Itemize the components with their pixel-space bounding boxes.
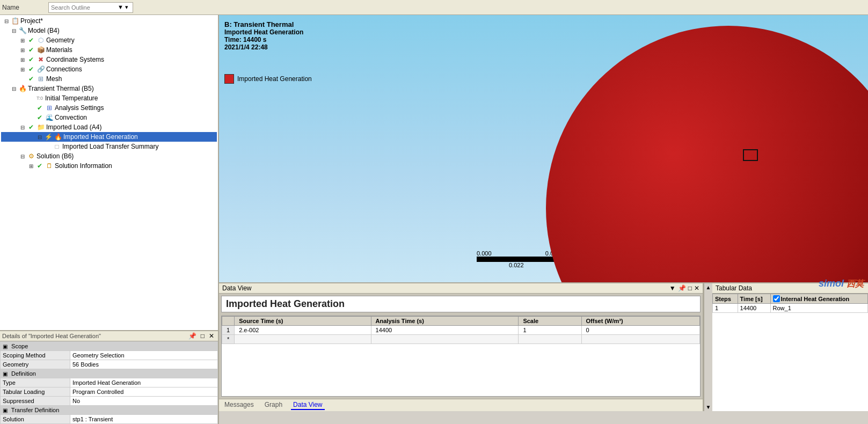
geometry-value[interactable]: 56 Bodies <box>70 360 218 369</box>
coord-check-icon: ✔ <box>27 55 35 64</box>
legend: Imported Heat Generation <box>224 74 312 84</box>
tree-item-model[interactable]: ⊟ 🔧 Model (B4) <box>1 26 217 35</box>
sol-info-icon: 🗒 <box>45 162 54 170</box>
main-area: ⊟ 📋 Project* ⊟ 🔧 Model (B4) ⊞ ✔ ⬡ Geomet… <box>0 15 868 424</box>
connections-check-icon: ✔ <box>27 65 35 74</box>
solution-value[interactable]: stp1 : Transient <box>70 415 218 424</box>
data-table-container[interactable]: Source Time (s) Analysis Time (s) Scale … <box>221 316 701 397</box>
type-value[interactable]: Imported Heat Generation <box>70 378 218 388</box>
data-row-1: 1 2.e-002 14400 1 0 <box>222 326 700 335</box>
details-table: ▣ Scope Scoping Method Geometry Selectio… <box>0 341 218 424</box>
search-box[interactable]: ▼ ▾ <box>48 2 133 13</box>
details-row-solution: Solution stp1 : Transient <box>1 415 218 424</box>
details-row-tabular-loading: Tabular Loading Program Controlled <box>1 388 218 397</box>
tree-item-materials[interactable]: ⊞ ✔ 📦 Materials <box>1 45 217 55</box>
data-rowstar-source-time[interactable] <box>235 335 371 344</box>
data-rowstar-analysis-time[interactable] <box>371 335 519 344</box>
expand-model[interactable]: ⊟ <box>10 26 18 35</box>
convection-icon: 🌊 <box>45 113 54 122</box>
section-definition: ▣ Definition <box>1 369 218 378</box>
geometry-icon: ✔ <box>27 36 35 45</box>
type-key: Type <box>1 378 70 388</box>
expand-materials[interactable]: ⊞ <box>18 46 27 54</box>
legend-color-swatch <box>224 74 234 84</box>
data-view-scrollbar[interactable]: ▲ ▼ <box>704 283 712 411</box>
data-rowstar-offset[interactable] <box>581 335 699 344</box>
tree-item-init-temp[interactable]: ⊞ T:0 Initial Temperature <box>1 93 217 103</box>
scoping-method-value[interactable]: Geometry Selection <box>70 351 218 360</box>
expand-connections[interactable]: ⊞ <box>18 65 27 74</box>
viewport[interactable]: B: Transient Thermal Imported Heat Gener… <box>219 15 868 282</box>
data-row1-analysis-time[interactable]: 14400 <box>371 326 519 335</box>
scroll-down[interactable]: ▼ <box>706 404 711 410</box>
section-transfer-def: ▣ Transfer Definition <box>1 406 218 415</box>
tree-item-transfer[interactable]: ⊞ □ Imported Load Transfer Summary <box>1 142 217 151</box>
tree-label-solution: Solution (B6) <box>37 152 74 160</box>
tree-item-heat-gen[interactable]: ⊟ ⚡ 🔥 Imported Heat Generation <box>1 132 217 142</box>
scale-val0: 0.000 <box>477 250 492 257</box>
tree-item-mesh[interactable]: ⊞ ✔ ⊞ Mesh <box>1 74 217 84</box>
model-icon: 🔧 <box>18 26 27 35</box>
search-input[interactable] <box>51 4 115 11</box>
data-row1-num: 1 <box>222 326 235 335</box>
tabular-content[interactable]: Steps Time [s] Internal Heat Generation <box>712 294 868 411</box>
init-temp-icon: T:0 <box>35 94 44 103</box>
heat-gen-checkbox[interactable] <box>773 295 780 302</box>
scale-val3: 0.022 <box>509 262 524 268</box>
expand-imported-load[interactable]: ⊟ <box>18 123 27 131</box>
tree-item-coord[interactable]: ⊞ ✔ ✖ Coordinate Systems <box>1 55 217 64</box>
data-rowstar-num: * <box>222 335 235 344</box>
expand-coord[interactable]: ⊞ <box>18 55 27 64</box>
data-view-panel: Data View ▼ 📌 □ ✕ Imported Heat Generati… <box>219 283 704 411</box>
data-row1-scale[interactable]: 1 <box>519 326 581 335</box>
details-pin-btn[interactable]: 📌 <box>187 332 198 340</box>
expand-project[interactable]: ⊟ <box>2 17 11 25</box>
expand-heat-gen[interactable]: ⊟ <box>35 133 44 141</box>
tree-item-analysis-settings[interactable]: ⊞ ✔ ⊞ Analysis Settings <box>1 103 217 113</box>
details-maximize-btn[interactable]: □ <box>199 332 206 340</box>
tabular-col-heat: Internal Heat Generation <box>770 294 867 304</box>
search-dropdown-btn[interactable]: ▼ ▾ <box>115 2 130 13</box>
expand-transient[interactable]: ⊟ <box>10 84 18 93</box>
data-view-section-title: Imported Heat Generation <box>221 296 701 312</box>
left-panel: ⊟ 📋 Project* ⊟ 🔧 Model (B4) ⊞ ✔ ⬡ Geomet… <box>0 15 219 424</box>
tree-item-transient[interactable]: ⊟ 🔥 Transient Thermal (B5) <box>1 84 217 93</box>
tabular-row-1: 1 14400 Row_1 <box>713 304 868 313</box>
data-row1-source-time[interactable]: 2.e-002 <box>235 326 371 335</box>
tree-item-imported-load[interactable]: ⊟ ✔ 📁 Imported Load (A4) <box>1 122 217 132</box>
tree-label-mesh: Mesh <box>46 75 62 83</box>
tree-item-connections[interactable]: ⊞ ✔ 🔗 Connections <box>1 64 217 74</box>
data-rowstar-scale[interactable] <box>519 335 581 344</box>
expand-sol-info[interactable]: ⊞ <box>27 162 35 170</box>
tab-messages[interactable]: Messages <box>222 400 256 410</box>
imported-load-check-icon: ✔ <box>27 123 35 131</box>
bottom-area: Data View ▼ 📌 □ ✕ Imported Heat Generati… <box>219 282 868 411</box>
tab-data-view[interactable]: Data View <box>291 400 324 410</box>
tree-item-geometry[interactable]: ⊞ ✔ ⬡ Geometry <box>1 35 217 45</box>
suppressed-value[interactable]: No <box>70 397 218 406</box>
suppressed-key: Suppressed <box>1 397 70 406</box>
heat-sphere <box>546 26 868 282</box>
details-row-type: Type Imported Heat Generation <box>1 378 218 388</box>
details-row-scoping-method: Scoping Method Geometry Selection <box>1 351 218 360</box>
expand-solution[interactable]: ⊟ <box>18 152 27 160</box>
viewport-title-line3: Time: 14400 s <box>224 36 303 43</box>
tabular-row1-time: 14400 <box>738 304 770 313</box>
tree-item-solution[interactable]: ⊟ ⚙ Solution (B6) <box>1 151 217 161</box>
data-row1-offset[interactable]: 0 <box>581 326 699 335</box>
details-header: Details of "Imported Heat Generation" 📌 … <box>0 331 218 341</box>
tree-label-heat-gen: Imported Heat Generation <box>63 133 138 141</box>
tree-label-geometry: Geometry <box>46 36 75 44</box>
details-title: Details of "Imported Heat Generation" <box>2 333 101 339</box>
tree-item-project[interactable]: ⊟ 📋 Project* <box>1 16 217 26</box>
top-bar: Name ▼ ▾ <box>0 0 868 15</box>
data-view-content: Imported Heat Generation Source Time (s)… <box>219 294 703 399</box>
expand-geometry[interactable]: ⊞ <box>18 36 27 45</box>
tabular-loading-value[interactable]: Program Controlled <box>70 388 218 397</box>
tree-item-sol-info[interactable]: ⊞ ✔ 🗒 Solution Information <box>1 161 217 171</box>
tree-item-convection[interactable]: ⊞ ✔ 🌊 Convection <box>1 113 217 122</box>
details-close-btn[interactable]: ✕ <box>207 332 216 340</box>
tree-label-project: Project* <box>20 17 43 25</box>
tab-graph[interactable]: Graph <box>262 400 285 410</box>
section-header-scope: ▣ Scope <box>1 342 218 351</box>
